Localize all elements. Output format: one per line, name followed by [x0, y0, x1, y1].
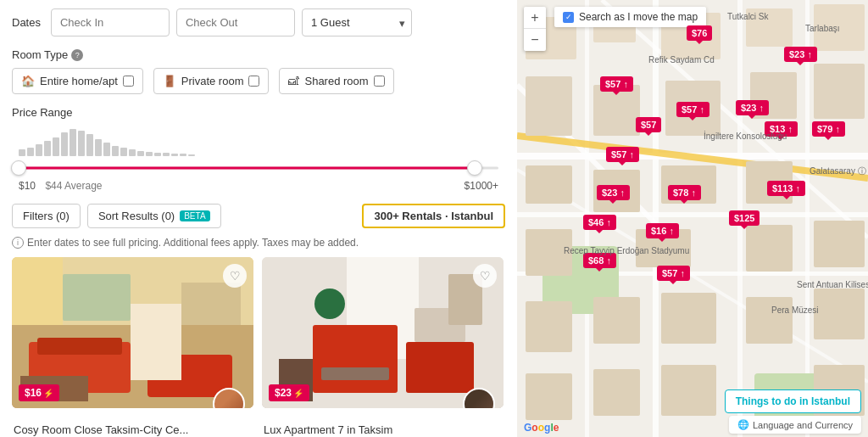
- shared-room-label: Shared room: [304, 75, 368, 87]
- listing-title-2: Lux Apartment 7 in Taksim: [264, 423, 502, 436]
- map-container[interactable]: + − ✓ Search as I move the map $76 $23 ↑…: [517, 0, 868, 437]
- price-range-label: Price Range: [12, 106, 505, 119]
- shared-room-checkbox[interactable]: [374, 76, 385, 87]
- search-as-move-checkbox[interactable]: ✓: [563, 12, 574, 23]
- heart-button-1[interactable]: ♡: [223, 264, 247, 288]
- flash-icon-1: ⚡: [43, 389, 53, 398]
- svg-rect-6: [131, 304, 181, 380]
- price-pin[interactable]: $16 ↑: [646, 223, 679, 238]
- price-min-label: $10: [19, 180, 36, 192]
- price-pin[interactable]: $57 ↑: [676, 102, 709, 117]
- checkout-input[interactable]: [176, 8, 295, 36]
- results-badge: 300+ Rentals · Istanbul: [362, 204, 505, 228]
- room-type-private[interactable]: 🚪 Private room: [153, 68, 270, 94]
- entire-home-label: Entire home/apt: [40, 75, 118, 87]
- price-avg-label: $44 Average: [45, 180, 102, 192]
- svg-rect-13: [313, 325, 398, 393]
- sort-button[interactable]: Sort Results (0) BETA: [87, 204, 221, 228]
- svg-rect-51: [814, 221, 865, 267]
- svg-rect-53: [593, 297, 640, 344]
- disclaimer: i Enter dates to see full pricing. Addit…: [12, 237, 505, 249]
- search-as-move[interactable]: ✓ Search as I move the map: [554, 7, 706, 27]
- bar: [95, 139, 102, 156]
- listing-info-1: Cosy Room Close Taksim-City Ce... Privat…: [12, 408, 253, 437]
- help-icon[interactable]: ?: [71, 49, 83, 61]
- bar: [171, 154, 178, 156]
- svg-rect-56: [814, 289, 865, 339]
- price-max-label: $1000+: [465, 180, 498, 192]
- filters-row: Filters (0) Sort Results (0) BETA 300+ R…: [12, 204, 505, 228]
- zoom-in-button[interactable]: +: [524, 7, 546, 29]
- entire-home-checkbox[interactable]: [123, 76, 134, 87]
- price-pin[interactable]: $68 ↑: [583, 253, 616, 268]
- private-room-checkbox[interactable]: [248, 76, 259, 87]
- price-pin[interactable]: $46 ↑: [583, 215, 616, 230]
- svg-rect-54: [661, 293, 716, 344]
- svg-rect-37: [526, 76, 572, 136]
- room-type-label: Room Type ?: [12, 48, 505, 61]
- svg-rect-8: [181, 283, 241, 325]
- svg-rect-36: [814, 4, 865, 51]
- price-badge-1: $16 ⚡: [19, 384, 59, 401]
- price-max-thumb[interactable]: [467, 160, 482, 176]
- bar: [146, 152, 153, 156]
- bar: [180, 154, 186, 156]
- right-panel: + − ✓ Search as I move the map $76 $23 ↑…: [517, 0, 868, 437]
- heart-button-2[interactable]: ♡: [473, 264, 497, 288]
- room-type-entire[interactable]: 🏠 Entire home/apt: [12, 68, 143, 94]
- price-pin[interactable]: $23 ↑: [736, 100, 769, 115]
- svg-rect-27: [805, 0, 810, 437]
- svg-rect-48: [526, 229, 572, 276]
- price-pin[interactable]: $57 ↑: [657, 266, 690, 281]
- price-pin[interactable]: $13 ↑: [765, 121, 798, 137]
- svg-rect-9: [12, 257, 63, 325]
- price-pin[interactable]: $57 ↑: [600, 76, 633, 92]
- bar: [44, 141, 51, 156]
- bar: [36, 144, 42, 156]
- left-panel: Dates 1 Guest 2 Guests 3 Guests 4 Guests…: [0, 0, 517, 437]
- price-pin[interactable]: $113 ↑: [767, 181, 805, 196]
- zoom-out-button[interactable]: −: [524, 29, 546, 51]
- price-pin[interactable]: $57: [636, 117, 661, 132]
- price-range-labels: $10 $44 Average $1000+: [12, 180, 505, 192]
- language-currency-button[interactable]: 🌐 Language and Currency: [729, 416, 861, 434]
- listing-card-2[interactable]: ♡ $23 ⚡ Lux Apartment 7 in Taksim Entire…: [262, 257, 504, 437]
- price-slider[interactable]: [19, 160, 498, 176]
- svg-rect-50: [746, 225, 793, 272]
- room-types-container: 🏠 Entire home/apt 🚪 Private room 🛋 Share…: [12, 68, 505, 94]
- price-histogram: [12, 126, 505, 156]
- flash-icon-2: ⚡: [293, 389, 303, 398]
- price-pin[interactable]: $57 ↑: [606, 147, 639, 162]
- price-pin[interactable]: $76: [687, 25, 712, 41]
- svg-rect-57: [526, 373, 572, 420]
- bar: [103, 143, 110, 156]
- svg-point-19: [314, 289, 345, 319]
- price-pin[interactable]: $23 ↑: [784, 47, 817, 62]
- svg-rect-41: [814, 64, 865, 119]
- couch-icon: 🛋: [288, 75, 299, 87]
- things-to-do-button[interactable]: Things to do in Istanbul: [725, 389, 861, 413]
- room-type-shared[interactable]: 🛋 Shared room: [279, 68, 393, 94]
- price-pin[interactable]: $78 ↑: [668, 185, 701, 200]
- svg-rect-55: [746, 297, 793, 344]
- svg-rect-22: [517, 212, 868, 217]
- filters-button[interactable]: Filters (0): [12, 204, 81, 228]
- room-type-section: Room Type ? 🏠 Entire home/apt 🚪 Private …: [12, 48, 505, 94]
- price-min-thumb[interactable]: [11, 160, 26, 176]
- listing-card-1[interactable]: ♡ $16 ⚡ Cosy Room Close Taksim-City Ce..…: [12, 257, 253, 437]
- bar: [163, 153, 170, 156]
- price-range-section: Price Range: [12, 106, 505, 192]
- home-icon: 🏠: [21, 75, 35, 87]
- price-pin[interactable]: $79 ↑: [812, 121, 845, 137]
- svg-rect-59: [661, 365, 716, 416]
- price-pin[interactable]: $23 ↑: [597, 185, 630, 200]
- listing-price-2: $23: [275, 387, 292, 399]
- listing-info-2: Lux Apartment 7 in Taksim Entire home/ap…: [262, 408, 504, 437]
- guest-select[interactable]: 1 Guest 2 Guests 3 Guests 4 Guests: [302, 8, 412, 36]
- slider-fill: [19, 167, 475, 170]
- checkin-input[interactable]: [51, 8, 170, 36]
- price-pin[interactable]: $125: [729, 210, 760, 226]
- beta-badge: BETA: [180, 210, 209, 221]
- listing-image-2: ♡ $23 ⚡: [262, 257, 504, 408]
- svg-rect-14: [406, 342, 474, 393]
